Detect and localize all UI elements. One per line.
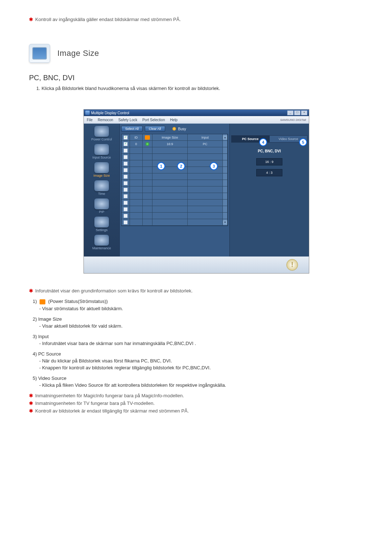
row0-power-led-icon xyxy=(146,142,149,146)
window-title: Multiple Display Control xyxy=(91,111,129,115)
intro-note-text: Kontroll av ingångskälla gäller endast b… xyxy=(35,17,181,22)
col-header-power xyxy=(143,134,152,141)
expl-item-2: 2) Image Size xyxy=(33,316,363,322)
menu-help[interactable]: Help xyxy=(170,118,177,122)
expl-item-1: 1) (Power Status(Strömstatus)) xyxy=(33,299,363,304)
row-checkbox[interactable] xyxy=(123,214,128,218)
scroll-up-button[interactable]: ▴ xyxy=(223,135,227,140)
expl-1-label: 1) xyxy=(33,299,37,304)
display-grid: ID Image Size Input ▴ 0 16:9 PC xyxy=(121,134,228,226)
row0-checkbox[interactable] xyxy=(123,142,128,146)
expl-2-sub: - Visar aktuell bildstorlek för vald skä… xyxy=(39,323,363,329)
menu-file[interactable]: File xyxy=(87,118,93,122)
footnote-3-text: Kontroll av bildstorlek är endast tillgä… xyxy=(35,408,189,414)
sidebar-label-maintenance: Maintenance xyxy=(92,246,111,250)
expl-1-text: (Power Status(Strömstatus)) xyxy=(48,299,108,304)
row-checkbox[interactable] xyxy=(123,168,128,172)
sidebar-label-settings: Settings xyxy=(96,228,108,232)
section-title: Image Size xyxy=(57,49,99,58)
image-size-section-icon xyxy=(29,44,50,63)
scrollbar-bottom: ▾ xyxy=(223,219,228,226)
row-checkbox[interactable] xyxy=(123,148,128,153)
grid-pane: Select All Clear All Busy ID Image Size … xyxy=(119,124,230,257)
ratio-4-3-button[interactable]: 4 : 3 xyxy=(256,169,282,176)
row0-checkbox-cell[interactable] xyxy=(122,141,130,147)
menu-port-selection[interactable]: Port Selection xyxy=(142,118,165,122)
sidebar-item-maintenance[interactable]: Maintenance xyxy=(86,235,117,250)
callout-3: 3 xyxy=(210,162,218,170)
callout-4: 4 xyxy=(259,138,267,146)
star-icon: ✱ xyxy=(29,288,33,294)
select-all-button[interactable]: Select All xyxy=(121,126,143,132)
app-icon xyxy=(85,111,90,115)
right-pane-title: PC, BNC, DVI xyxy=(231,149,307,153)
row-checkbox[interactable] xyxy=(123,201,128,205)
row-checkbox[interactable] xyxy=(123,194,128,198)
maximize-button[interactable]: □ xyxy=(294,110,301,115)
star-icon: ✱ xyxy=(29,408,33,414)
subheading: PC, BNC, DVI xyxy=(29,74,363,82)
callout-2: 2 xyxy=(177,162,185,170)
settings-icon xyxy=(94,217,109,227)
intro-note: ✱Kontroll av ingångskälla gäller endast … xyxy=(29,17,363,22)
sidebar-label-time: Time xyxy=(98,192,105,196)
expl-intro-text: Inforutnätet visar den grundinformation … xyxy=(35,288,193,294)
row-checkbox[interactable] xyxy=(123,220,128,225)
scroll-down-button[interactable]: ▾ xyxy=(223,220,227,225)
menu-remocon[interactable]: Remocon xyxy=(98,118,113,122)
expl-item-5: 5) Video Source xyxy=(33,376,363,381)
header-checkbox[interactable] xyxy=(123,135,128,140)
titlebar: Multiple Display Control _ □ × xyxy=(84,110,309,116)
row-checkbox[interactable] xyxy=(123,181,128,185)
footnote-3: ✱Kontroll av bildstorlek är endast tillg… xyxy=(29,408,363,414)
power-header-icon xyxy=(145,135,150,140)
brand-label: SAMSUNG DIGITall xyxy=(280,118,306,122)
step-1: 1. Klicka på Bildstorlek bland huvudikon… xyxy=(36,86,363,91)
row-checkbox[interactable] xyxy=(123,175,128,179)
row-checkbox[interactable] xyxy=(123,161,128,166)
col-header-id: ID xyxy=(130,134,143,141)
col-header-image-size: Image Size xyxy=(152,134,188,141)
mdc-app-window: Multiple Display Control _ □ × File Remo… xyxy=(83,109,309,274)
input-source-icon xyxy=(94,144,109,155)
row0-image-size: 16:9 xyxy=(152,141,188,147)
row0-input: PC xyxy=(188,141,223,147)
footnote-2: ✱Inmatningsenheten för TV fungerar bara … xyxy=(29,401,363,406)
clear-all-button[interactable]: Clear All xyxy=(145,126,165,132)
star-icon: ✱ xyxy=(29,401,33,406)
sidebar-item-input-source[interactable]: Input Source xyxy=(86,144,117,159)
section-header: Image Size xyxy=(29,44,363,63)
pip-icon xyxy=(94,198,109,209)
callout-5: 5 xyxy=(299,138,307,146)
expl-4-sub2: - Knappen för kontroll av bildstorlek re… xyxy=(39,365,363,370)
sidebar-label-image-size: Image Size xyxy=(93,174,110,177)
row-checkbox[interactable] xyxy=(123,155,128,159)
row0-id: 0 xyxy=(130,141,143,147)
row-checkbox[interactable] xyxy=(123,207,128,212)
col-header-checkbox[interactable] xyxy=(122,134,130,141)
maintenance-icon xyxy=(94,235,109,246)
sidebar-item-settings[interactable]: Settings xyxy=(86,217,117,232)
sidebar-label-pip: PIP xyxy=(99,210,105,214)
ratio-16-9-button[interactable]: 16 : 9 xyxy=(256,158,282,165)
row0-power xyxy=(143,141,152,147)
sidebar-item-time[interactable]: Time xyxy=(86,180,117,196)
expl-item-4: 4) PC Source xyxy=(33,351,363,357)
star-icon: ✱ xyxy=(29,393,33,398)
sidebar-item-power-control[interactable]: Power Control xyxy=(86,126,117,141)
sidebar-item-pip[interactable]: PIP xyxy=(86,198,117,214)
row-checkbox[interactable] xyxy=(123,188,128,192)
menubar: File Remocon Safety Lock Port Selection … xyxy=(84,116,309,124)
right-pane: PC Source Video Source PC, BNC, DVI 16 :… xyxy=(230,124,309,257)
menu-safety-lock[interactable]: Safety Lock xyxy=(118,118,137,122)
image-size-icon xyxy=(94,162,109,173)
power-control-icon xyxy=(94,126,109,137)
minimize-button[interactable]: _ xyxy=(287,110,294,115)
close-button[interactable]: × xyxy=(301,110,307,115)
star-icon: ✱ xyxy=(29,17,33,22)
scrollbar-cell[interactable] xyxy=(223,141,228,147)
info-icon: ! xyxy=(286,259,298,271)
sidebar-item-image-size[interactable]: Image Size xyxy=(86,162,117,177)
power-status-inline-icon xyxy=(40,299,45,304)
busy-label: Busy xyxy=(178,127,186,131)
